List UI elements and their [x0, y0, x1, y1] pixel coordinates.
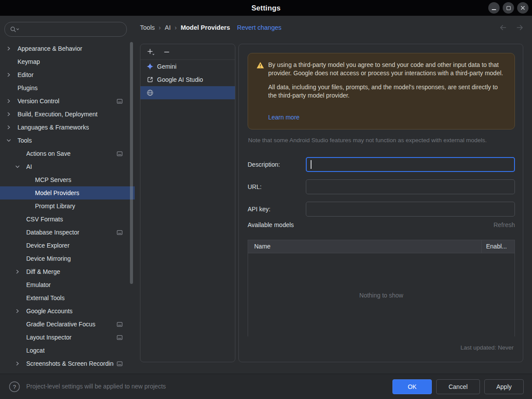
chevron-right-icon[interactable] [6, 111, 18, 117]
sidebar-item-mcp-servers[interactable]: MCP Servers [0, 173, 135, 186]
api-key-label: API key: [248, 206, 306, 213]
breadcrumb-separator: › [175, 24, 177, 31]
breadcrumb-separator: › [159, 24, 161, 31]
chevron-right-icon[interactable] [6, 98, 18, 104]
url-input[interactable] [306, 179, 515, 194]
url-label: URL: [248, 183, 306, 190]
globe-icon [147, 89, 154, 96]
settings-content: Tools›AI›Model Providers Revert changes … [140, 16, 532, 374]
sidebar-item-keymap[interactable]: Keymap [0, 55, 135, 68]
warning-paragraph-2: All data, including your files, prompts,… [268, 83, 505, 100]
chevron-spacer [15, 295, 26, 301]
sidebar-item-diff-merge[interactable]: Diff & Merge [0, 265, 135, 278]
sidebar-item-screenshots-screen-recording[interactable]: Screenshots & Screen Recording [0, 357, 135, 370]
chevron-spacer [24, 177, 35, 183]
back-button[interactable] [499, 24, 508, 31]
sidebar-item-label: Logcat [26, 347, 45, 354]
empty-table-text: Nothing to show [359, 292, 403, 299]
sidebar-item-label: Gradle Declarative Focus [26, 321, 95, 328]
sidebar-item-build-execution-deployment[interactable]: Build, Execution, Deployment [0, 108, 135, 121]
chevron-spacer [15, 347, 26, 354]
sidebar-item-csv-formats[interactable]: CSV Formats [0, 213, 135, 226]
sidebar-item-editor[interactable]: Editor [0, 68, 135, 81]
shared-settings-icon [117, 361, 122, 366]
provider-item-new[interactable] [140, 86, 235, 99]
sidebar-item-label: Layout Inspector [26, 334, 72, 341]
provider-details-panel: By using a third-party model you agree t… [238, 44, 523, 362]
ok-button[interactable]: OK [392, 379, 432, 394]
models-column-header-enabl[interactable]: Enabl... [481, 240, 514, 253]
sidebar-item-gradle-declarative-focus[interactable]: Gradle Declarative Focus [0, 318, 135, 331]
remove-provider-button[interactable] [161, 47, 172, 57]
sidebar-item-device-explorer[interactable]: Device Explorer [0, 239, 135, 252]
shared-settings-icon [117, 230, 122, 235]
footer-note: Project-level settings will be applied t… [26, 383, 166, 390]
chevron-down-icon[interactable] [6, 137, 18, 144]
sidebar-item-tools[interactable]: Tools [0, 134, 135, 147]
sidebar-scrollbar[interactable] [130, 42, 133, 284]
help-button[interactable]: ? [9, 381, 20, 392]
external-models-note: Note that some Android Studio features m… [248, 137, 487, 144]
chevron-right-icon[interactable] [6, 46, 18, 52]
add-provider-button[interactable] [146, 47, 156, 57]
chevron-right-icon[interactable] [15, 308, 26, 314]
sidebar-item-label: Actions on Save [26, 150, 70, 157]
provider-item-label: Gemini [157, 63, 176, 70]
sidebar-item-plugins[interactable]: Plugins [0, 81, 135, 94]
sidebar-item-device-mirroring[interactable]: Device Mirroring [0, 252, 135, 265]
sidebar-item-layout-inspector[interactable]: Layout Inspector [0, 331, 135, 344]
maximize-button[interactable] [503, 2, 514, 14]
sidebar-item-external-tools[interactable]: External Tools [0, 291, 135, 304]
sidebar-item-prompt-library[interactable]: Prompt Library [0, 200, 135, 213]
minimize-button[interactable] [488, 2, 500, 14]
chevron-right-icon[interactable] [15, 269, 26, 275]
breadcrumb-item-tools[interactable]: Tools [140, 24, 155, 31]
api-key-input[interactable] [306, 202, 515, 217]
chevron-right-icon[interactable] [6, 72, 18, 78]
settings-search[interactable] [4, 22, 127, 37]
cancel-button[interactable]: Cancel [436, 379, 480, 394]
sidebar-item-logcat[interactable]: Logcat [0, 344, 135, 357]
sidebar-item-google-accounts[interactable]: Google Accounts [0, 304, 135, 318]
sidebar-item-version-control[interactable]: Version Control [0, 94, 135, 108]
description-input-wrap [306, 157, 515, 172]
breadcrumb-item-model-providers[interactable]: Model Providers [181, 24, 230, 31]
sidebar-item-label: Editor [18, 71, 34, 78]
sidebar-item-actions-on-save[interactable]: Actions on Save [0, 147, 135, 160]
sidebar-item-ai[interactable]: AI [0, 160, 135, 173]
provider-item-label: Google AI Studio [157, 76, 203, 83]
forward-button[interactable] [515, 24, 524, 31]
warning-icon [256, 62, 264, 69]
titlebar: Settings [0, 0, 532, 16]
chevron-right-icon[interactable] [6, 124, 18, 130]
learn-more-link[interactable]: Learn more [268, 113, 300, 122]
close-button[interactable] [517, 2, 528, 14]
sidebar-item-appearance-behavior[interactable]: Appearance & Behavior [0, 42, 135, 55]
settings-search-input[interactable] [19, 22, 126, 36]
sidebar-item-label: Keymap [18, 58, 40, 65]
apply-button[interactable]: Apply [484, 379, 524, 394]
sidebar-item-emulator[interactable]: Emulator [0, 278, 135, 291]
refresh-button[interactable]: Refresh [494, 221, 515, 228]
settings-tree: Appearance & BehaviorKeymapEditorPlugins… [0, 42, 135, 374]
description-input[interactable] [306, 157, 515, 172]
gemini-icon [147, 63, 154, 70]
sidebar-item-languages-frameworks[interactable]: Languages & Frameworks [0, 121, 135, 134]
close-icon [521, 6, 525, 10]
provider-item-google-ai-studio[interactable]: Google AI Studio [140, 73, 235, 86]
warning-banner: By using a third-party model you agree t… [248, 53, 515, 130]
sidebar-item-model-providers[interactable]: Model Providers [0, 186, 135, 200]
breadcrumb-item-ai[interactable]: AI [165, 24, 171, 31]
google-ai-studio-icon [147, 76, 154, 83]
models-column-header-name[interactable]: Name [248, 240, 481, 253]
url-row: URL: [248, 179, 515, 194]
chevron-down-icon[interactable] [15, 164, 26, 170]
sidebar-item-database-inspector[interactable]: Database Inspector [0, 226, 135, 239]
breadcrumb: Tools›AI›Model Providers [140, 24, 230, 31]
url-input-wrap [306, 179, 515, 194]
chevron-right-icon[interactable] [15, 360, 26, 367]
revert-changes-link[interactable]: Revert changes [237, 24, 282, 31]
warning-paragraph-1: By using a third-party model you agree t… [268, 61, 505, 77]
api-key-input-wrap [306, 202, 515, 217]
provider-item-gemini[interactable]: Gemini [140, 60, 235, 73]
